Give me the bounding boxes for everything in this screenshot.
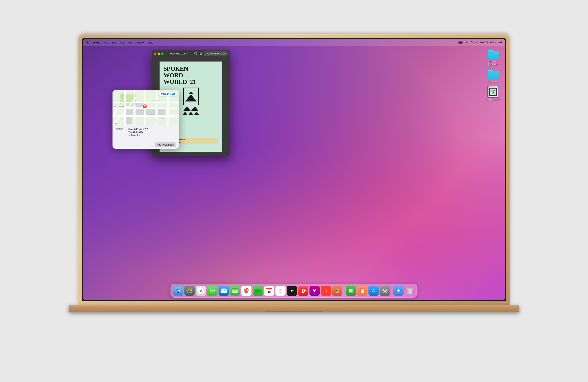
help-menu[interactable]: Help [148, 41, 153, 44]
macbook-hinge [265, 311, 323, 312]
open-with-preview-button[interactable]: Open with Preview [204, 52, 228, 56]
dock-item-maps[interactable] [230, 286, 240, 296]
svg-rect-20 [124, 90, 126, 125]
go-menu[interactable]: Go [128, 41, 132, 44]
svg-point-96 [338, 290, 338, 291]
preview-toolbar: IMG_0120.png Open with Preview [152, 50, 230, 57]
svg-point-56 [190, 291, 192, 293]
dock-item-news[interactable]: N [321, 286, 331, 296]
dock-item-podcasts[interactable] [310, 286, 320, 296]
dock-item-facetime[interactable] [253, 286, 263, 296]
file-menu[interactable]: File [104, 41, 108, 44]
map-area: KALORAMA RD NW 16TH ST NW CHAPIN ST NW B… [112, 90, 179, 125]
directions-label: Directions [131, 134, 142, 137]
svg-text:W ST NW: W ST NW [160, 118, 164, 119]
maps-directions[interactable]: Directions [128, 134, 148, 137]
maps-address-label: address [116, 127, 126, 137]
battery-icon [459, 41, 463, 44]
dock-item-messages[interactable] [207, 286, 217, 296]
svg-rect-99 [349, 289, 351, 292]
dock-item-calendar[interactable]: OCT 18 [264, 286, 274, 296]
maps-address-row: address 2500 16th Street NW Washington D… [116, 127, 176, 137]
apple-menu[interactable] [86, 41, 89, 44]
dock-container: OCT 18 [170, 284, 418, 298]
svg-text:18: 18 [268, 290, 271, 293]
close-button[interactable] [154, 53, 156, 55]
dock-divider-2 [392, 288, 392, 296]
svg-text:16TH ST NW: 16TH ST NW [122, 91, 124, 97]
siri-icon[interactable]: S [475, 41, 479, 44]
svg-text:N: N [325, 289, 327, 293]
finder-menu[interactable]: Finder [92, 41, 100, 44]
svg-point-69 [213, 290, 214, 291]
svg-point-68 [212, 290, 213, 291]
desktop-icon-img[interactable]: SPOKEN WORD IMG_0120.png [485, 86, 501, 101]
svg-point-7 [194, 53, 195, 54]
svg-point-46 [177, 291, 178, 291]
add-to-contacts-button[interactable]: Add to Contacts [155, 142, 176, 147]
svg-text:CHAPIN ST NW: CHAPIN ST NW [152, 100, 159, 101]
svg-rect-27 [126, 109, 133, 115]
screen: Finder File Edit View Go Window Help [83, 39, 505, 300]
svg-line-3 [472, 43, 473, 44]
share-icon[interactable] [194, 52, 197, 56]
dock-item-finder[interactable] [173, 286, 183, 296]
svg-point-97 [336, 291, 338, 292]
dock-item-screencapture[interactable] [393, 286, 403, 296]
window-menu[interactable]: Window [135, 41, 144, 44]
svg-marker-78 [259, 289, 261, 292]
svg-point-109 [384, 290, 385, 291]
desktop-icon-poetry[interactable]: Poetry Inspiration [485, 49, 501, 66]
maps-popup: KALORAMA RD NW 16TH ST NW CHAPIN ST NW B… [112, 90, 179, 149]
traffic-lights [154, 53, 164, 55]
svg-point-53 [190, 290, 192, 291]
maps-address-line1: 2500 16th Street NW [128, 127, 148, 130]
maps-address-value: 2500 16th Street NW Washington DC Direct… [128, 127, 148, 137]
dock-item-appstore[interactable]: A [368, 286, 379, 296]
svg-point-39 [144, 105, 146, 107]
macbook-base: MacBook Air [69, 305, 519, 312]
view-menu[interactable]: View [119, 41, 125, 44]
svg-rect-100 [351, 289, 353, 291]
dock-item-numbers[interactable] [346, 286, 356, 296]
desktop-icon-personal[interactable]: Personal [485, 69, 501, 83]
open-in-maps-button[interactable]: Open in Maps [159, 92, 177, 96]
dock-item-pages[interactable] [357, 286, 367, 296]
macbook-label: MacBook Air [285, 308, 303, 310]
dock-item-taskheat[interactable] [332, 286, 342, 296]
map-legal: Legal [114, 123, 118, 124]
search-icon[interactable] [471, 41, 473, 44]
edit-menu[interactable]: Edit [111, 41, 116, 44]
svg-point-47 [179, 291, 179, 291]
svg-text:A: A [372, 289, 375, 293]
svg-rect-23 [156, 90, 157, 125]
dock-item-contacts[interactable] [275, 286, 286, 296]
dock-item-mail[interactable] [219, 286, 229, 296]
desktop-wallpaper [83, 39, 505, 300]
dock-item-trash[interactable] [405, 286, 415, 296]
svg-rect-18 [112, 102, 179, 103]
poetry-folder-label: Poetry Inspiration [485, 60, 501, 66]
dock-item-music[interactable] [298, 286, 308, 296]
fullscreen-button[interactable] [161, 53, 164, 55]
preview-filename: IMG_0120.png [166, 52, 192, 55]
svg-point-50 [190, 288, 192, 290]
svg-point-8 [196, 54, 197, 55]
poster-title: SPOKENWORDWORLD '21 [164, 65, 218, 85]
dock-item-appletv[interactable] [287, 286, 297, 296]
dock-divider [344, 288, 344, 296]
minimize-button[interactable] [158, 53, 160, 55]
dock-item-safari[interactable] [196, 286, 206, 296]
zoom-icon[interactable] [199, 52, 202, 56]
menu-bar-left: Finder File Edit View Go Window Help [86, 41, 153, 44]
svg-point-67 [211, 290, 212, 291]
svg-point-95 [336, 290, 337, 291]
macbook-lid: Finder File Edit View Go Window Help [78, 34, 510, 305]
svg-point-52 [189, 290, 190, 291]
dock-item-photos[interactable] [241, 286, 252, 296]
dock-item-launchpad[interactable] [185, 286, 195, 296]
svg-rect-98 [348, 288, 354, 293]
dock-item-systemprefs[interactable] [380, 286, 390, 296]
svg-rect-28 [136, 103, 143, 107]
file-thumbnail: SPOKEN WORD [489, 88, 497, 96]
